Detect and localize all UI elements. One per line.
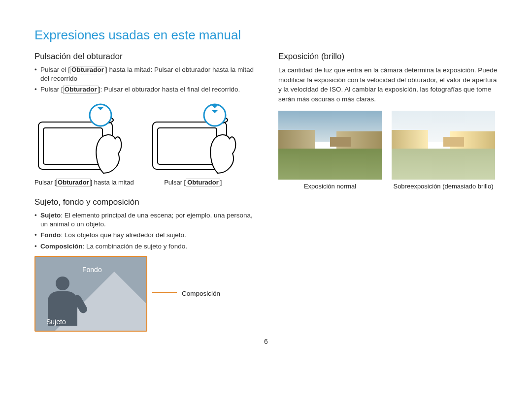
camera-illustrations-row: Pulsar [Obturador] hasta la mitad	[34, 99, 254, 186]
bullet-composition: Composición: La combinación de sujeto y …	[34, 242, 254, 251]
caption-exposure-over: Sobreexposición (demasiado brillo)	[392, 183, 495, 190]
exposure-paragraph: La cantidad de luz que entra en la cámar…	[278, 65, 498, 104]
bullet-full-press: Pulsar [Obturador]: Pulsar el obturador …	[34, 85, 254, 94]
svg-rect-7	[158, 128, 217, 164]
heading-subject-background: Sujeto, fondo y composición	[34, 197, 254, 207]
river-image-normal	[278, 111, 382, 180]
svg-rect-1	[43, 128, 102, 164]
left-column: Pulsación del obturador Pulsar el [Obtur…	[34, 52, 254, 332]
heading-shutter-press: Pulsación del obturador	[34, 52, 254, 62]
camera-illustration-full	[149, 99, 237, 176]
camera-illustration-half	[34, 99, 123, 176]
page-title: Expresiones usadas en este manual	[34, 28, 498, 43]
page-number: 6	[34, 338, 498, 345]
bullet-background: Fondo: Los objetos que hay alrededor del…	[34, 231, 254, 240]
label-fondo: Fondo	[82, 266, 102, 274]
bullet-subject: Sujeto: El elemento principal de una esc…	[34, 211, 254, 229]
right-column: Exposición (brillo) La cantidad de luz q…	[278, 52, 498, 332]
composition-figure-wrapper: Fondo Sujeto Composición	[34, 256, 254, 332]
subject-bullets: Sujeto: El elemento principal de una esc…	[34, 211, 254, 251]
manual-page: Expresiones usadas en este manual Pulsac…	[0, 0, 532, 401]
boxed-term: Obturador	[63, 86, 99, 94]
label-composition: Composición	[182, 290, 220, 297]
caption-half-press: Pulsar [Obturador] hasta la mitad	[34, 179, 134, 186]
bullet-half-press: Pulsar el [Obturador] hasta la mitad: Pu…	[34, 65, 254, 83]
shutter-bullets: Pulsar el [Obturador] hasta la mitad: Pu…	[34, 65, 254, 94]
caption-full-press: Pulsar [Obturador]	[149, 179, 237, 186]
boxed-term: Obturador	[70, 66, 105, 74]
boxed-term: Obturador	[56, 179, 91, 186]
heading-exposure: Exposición (brillo)	[278, 52, 498, 62]
content-columns: Pulsación del obturador Pulsar el [Obtur…	[34, 52, 498, 332]
composition-leader-line	[152, 292, 177, 293]
label-sujeto: Sujeto	[46, 318, 66, 326]
boxed-term: Obturador	[186, 179, 220, 186]
exposure-over-figure: Sobreexposición (demasiado brillo)	[392, 111, 495, 190]
camera-half-press-figure: Pulsar [Obturador] hasta la mitad	[34, 99, 134, 186]
composition-illustration: Fondo Sujeto	[34, 256, 147, 332]
exposure-images-row: Exposición normal Sobreexposición (demas…	[278, 111, 498, 190]
river-image-overexposed	[392, 111, 495, 180]
caption-exposure-normal: Exposición normal	[278, 183, 382, 190]
camera-full-press-figure: Pulsar [Obturador]	[149, 99, 237, 186]
exposure-normal-figure: Exposición normal	[278, 111, 382, 190]
